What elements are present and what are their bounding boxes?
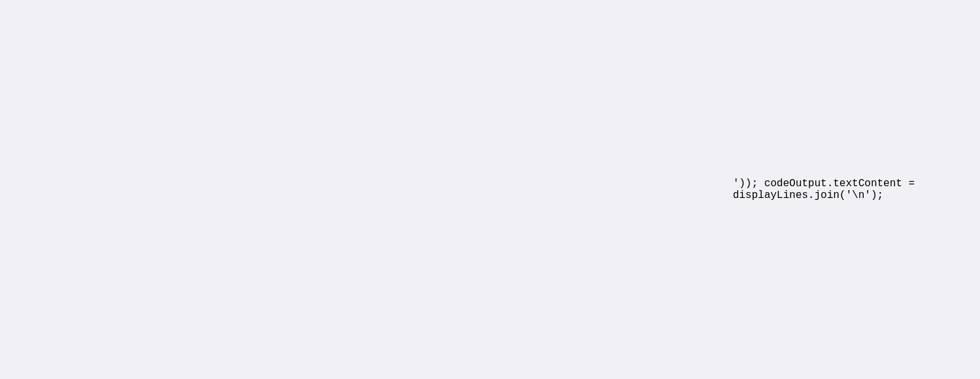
code-block <box>0 0 733 379</box>
